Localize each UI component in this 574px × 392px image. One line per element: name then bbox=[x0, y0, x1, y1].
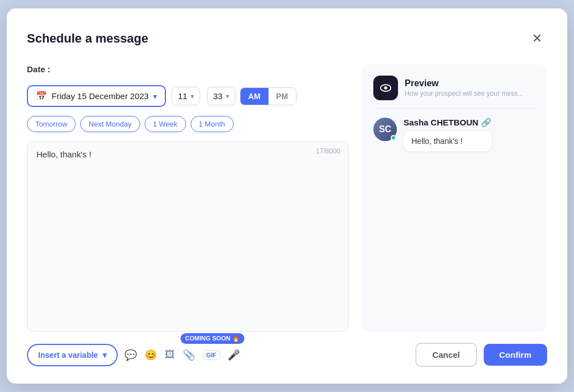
quick-btn-1-month[interactable]: 1 Month bbox=[191, 116, 234, 132]
preview-panel: Preview How your prospect will see your … bbox=[362, 64, 547, 332]
minute-picker[interactable]: 33 ▾ bbox=[207, 87, 235, 105]
mic-wrapper: COMING SOON 🔥 🎤 bbox=[228, 349, 240, 361]
date-row: 📅 Friday 15 December 2023 ▾ 11 ▾ 33 ▾ bbox=[27, 85, 349, 107]
calendar-icon: 📅 bbox=[36, 91, 47, 101]
hour-value: 11 bbox=[178, 91, 187, 101]
message-area-wrapper: 17/8000 Hello, thank's ! bbox=[27, 141, 349, 332]
hour-chevron-icon: ▾ bbox=[191, 92, 194, 100]
image-icon[interactable]: 🖼 bbox=[165, 349, 175, 361]
preview-message-bubble: Hello, thank's ! bbox=[404, 131, 492, 151]
gif-icon[interactable]: GIF bbox=[203, 350, 220, 360]
quick-buttons: Tomorrow Next Monday 1 Week 1 Month bbox=[27, 116, 349, 132]
insert-variable-label: Insert a variable bbox=[38, 351, 98, 360]
preview-info: Preview How your prospect will see your … bbox=[405, 78, 523, 97]
confirm-button[interactable]: Confirm bbox=[484, 344, 548, 366]
preview-subtitle: How your prospect will see your mess... bbox=[405, 90, 523, 97]
contact-info: Sasha CHETBOUN 🔗 Hello, thank's ! bbox=[404, 118, 492, 151]
emoji-icon[interactable]: 😊 bbox=[145, 349, 157, 361]
modal-footer: Insert a variable ▾ 💬 😊 🖼 📎 GIF COMING S… bbox=[27, 343, 547, 367]
contact-name: Sasha CHETBOUN 🔗 bbox=[404, 118, 492, 128]
toolbar-icon-row: 💬 😊 🖼 📎 GIF COMING SOON 🔥 🎤 bbox=[124, 349, 240, 361]
svg-point-1 bbox=[384, 86, 387, 90]
schedule-modal: Schedule a message ✕ Date : 📅 Friday 15 … bbox=[7, 8, 567, 384]
preview-title: Preview bbox=[405, 78, 523, 88]
mic-icon[interactable]: 🎤 bbox=[228, 349, 240, 361]
preview-header: Preview How your prospect will see your … bbox=[373, 76, 536, 109]
time-select: 11 ▾ 33 ▾ AM PM bbox=[172, 87, 296, 105]
close-icon: ✕ bbox=[532, 31, 542, 46]
message-textarea[interactable]: Hello, thank's ! bbox=[36, 150, 339, 323]
minute-chevron-icon: ▾ bbox=[226, 92, 229, 100]
left-panel: Date : 📅 Friday 15 December 2023 ▾ 11 ▾ bbox=[27, 64, 349, 332]
online-indicator bbox=[391, 135, 396, 141]
modal-title: Schedule a message bbox=[27, 31, 148, 46]
date-label: Date : bbox=[27, 64, 349, 74]
quick-btn-1-week[interactable]: 1 Week bbox=[145, 116, 186, 132]
selected-date-text: Friday 15 December 2023 bbox=[52, 91, 149, 101]
contact-row: SC Sasha CHETBOUN 🔗 Hello, thank's ! bbox=[373, 118, 536, 151]
hour-picker[interactable]: 11 ▾ bbox=[172, 87, 200, 105]
comment-icon[interactable]: 💬 bbox=[124, 349, 137, 361]
modal-header: Schedule a message ✕ bbox=[27, 29, 547, 49]
insert-variable-button[interactable]: Insert a variable ▾ bbox=[27, 344, 118, 366]
ampm-toggle: AM PM bbox=[240, 87, 297, 105]
modal-body: Date : 📅 Friday 15 December 2023 ▾ 11 ▾ bbox=[27, 64, 547, 332]
quick-btn-next-monday[interactable]: Next Monday bbox=[80, 116, 140, 132]
date-chevron-icon: ▾ bbox=[153, 92, 157, 101]
close-button[interactable]: ✕ bbox=[527, 29, 547, 49]
footer-left: Insert a variable ▾ 💬 😊 🖼 📎 GIF COMING S… bbox=[27, 344, 240, 366]
insert-variable-chevron-icon: ▾ bbox=[103, 351, 107, 360]
quick-btn-tomorrow[interactable]: Tomorrow bbox=[27, 116, 76, 132]
footer-right: Cancel Confirm bbox=[415, 343, 547, 367]
contact-avatar: SC bbox=[373, 118, 397, 141]
preview-eye-icon bbox=[373, 76, 398, 100]
char-count: 17/8000 bbox=[316, 147, 340, 155]
date-picker[interactable]: 📅 Friday 15 December 2023 ▾ bbox=[27, 85, 166, 107]
coming-soon-badge: COMING SOON 🔥 bbox=[180, 333, 244, 344]
attachment-icon[interactable]: 📎 bbox=[183, 349, 195, 361]
am-button[interactable]: AM bbox=[240, 88, 269, 105]
cancel-button[interactable]: Cancel bbox=[415, 343, 476, 367]
pm-button[interactable]: PM bbox=[269, 88, 296, 105]
minute-value: 33 bbox=[213, 91, 223, 101]
